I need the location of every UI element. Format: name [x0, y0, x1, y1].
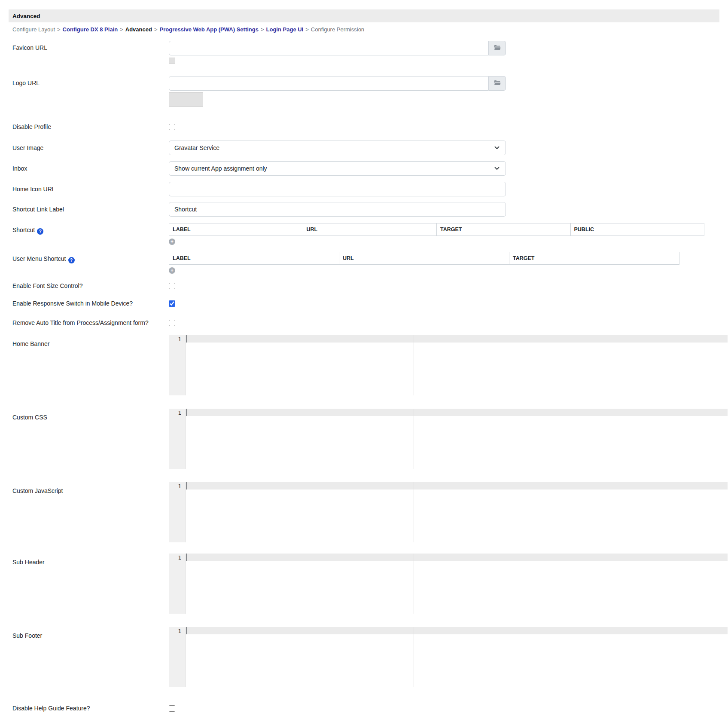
editor-cursor — [186, 482, 187, 489]
field-row-sub-header: Sub Header 1 — [12, 554, 728, 614]
enable-responsive-label: Enable Responsive Switch in Mobile Devic… — [12, 300, 169, 307]
breadcrumb-separator: > — [154, 26, 158, 33]
question-circle-icon[interactable]: ? — [68, 257, 75, 263]
inbox-selected-value: Show current App assignment only — [174, 165, 267, 172]
editor-code-area[interactable] — [186, 627, 728, 687]
editor-cursor — [186, 409, 187, 416]
custom-css-editor[interactable]: 1 — [169, 409, 728, 469]
user-menu-col-url: URL — [339, 252, 509, 265]
breadcrumb-item-login-page-ui[interactable]: Login Page UI — [266, 26, 304, 33]
user-image-selected-value: Gravatar Service — [174, 144, 219, 151]
field-row-home-icon-url: Home Icon URL — [12, 182, 728, 196]
field-row-favicon-url: Favicon URL — [12, 41, 728, 64]
enable-font-size-label: Enable Font Size Control? — [12, 282, 169, 289]
editor-line-number: 1 — [169, 336, 181, 343]
home-icon-url-label: Home Icon URL — [12, 186, 169, 193]
folder-open-icon — [494, 80, 501, 87]
inbox-select[interactable]: Show current App assignment only — [169, 161, 506, 176]
editor-code-area[interactable] — [186, 482, 728, 542]
editor-code-area[interactable] — [186, 335, 728, 395]
editor-code-area[interactable] — [186, 409, 728, 469]
field-row-shortcut-link-label: Shortcut Link Label — [12, 202, 728, 217]
field-row-remove-auto-title: Remove Auto Title from Process/Assignmen… — [12, 319, 728, 326]
breadcrumb-separator: > — [305, 26, 309, 33]
field-row-shortcut: Shortcut? LABEL URL TARGET PUBLIC + — [12, 223, 728, 244]
field-row-disable-profile: Disable Profile — [12, 123, 728, 130]
chevron-down-icon — [494, 146, 500, 150]
plus-circle-icon[interactable]: + — [169, 267, 175, 274]
editor-gutter: 1 — [169, 335, 186, 395]
editor-line-number: 1 — [169, 409, 181, 416]
field-row-disable-help-guide: Disable Help Guide Feature? — [12, 705, 728, 712]
shortcut-link-label-label: Shortcut Link Label — [12, 206, 169, 213]
editor-print-margin — [414, 627, 414, 687]
sub-header-editor[interactable]: 1 — [169, 554, 728, 614]
question-circle-icon[interactable]: ? — [37, 228, 43, 235]
breadcrumb: Configure Layout > Configure DX 8 Plain … — [12, 26, 728, 33]
user-image-select[interactable]: Gravatar Service — [169, 141, 506, 155]
disable-help-guide-checkbox[interactable] — [169, 705, 175, 712]
editor-gutter: 1 — [169, 627, 186, 687]
shortcut-col-target: TARGET — [437, 223, 571, 236]
enable-responsive-checkbox[interactable] — [169, 300, 175, 307]
editor-line-number: 1 — [169, 554, 181, 561]
enable-font-size-checkbox[interactable] — [169, 283, 175, 289]
field-row-custom-css: Custom CSS 1 — [12, 409, 728, 469]
editor-active-line — [186, 409, 728, 416]
page-title-bar: Advanced — [9, 9, 719, 22]
breadcrumb-separator: > — [57, 26, 61, 33]
shortcut-col-url: URL — [303, 223, 437, 236]
editor-active-line — [186, 554, 728, 561]
breadcrumb-item-configure-permission: Configure Permission — [311, 26, 364, 33]
advanced-settings-form: Favicon URL Logo URL — [12, 41, 728, 712]
field-row-custom-javascript: Custom JavaScript 1 — [12, 482, 728, 542]
custom-javascript-label: Custom JavaScript — [12, 482, 169, 494]
field-row-user-menu-shortcut: User Menu Shortcut? LABEL URL TARGET + — [12, 252, 728, 273]
remove-auto-title-checkbox[interactable] — [169, 320, 175, 326]
shortcut-label-text: Shortcut — [12, 226, 35, 233]
logo-url-input[interactable] — [169, 76, 489, 91]
shortcut-table-wrap: LABEL URL TARGET PUBLIC + — [169, 223, 704, 244]
home-icon-url-input[interactable] — [169, 182, 506, 196]
field-row-inbox: Inbox Show current App assignment only — [12, 161, 728, 176]
editor-line-number: 1 — [169, 483, 181, 490]
favicon-browse-button[interactable] — [489, 41, 506, 55]
breadcrumb-item-advanced: Advanced — [125, 26, 152, 33]
editor-gutter: 1 — [169, 409, 186, 469]
user-menu-col-target: TARGET — [509, 252, 679, 265]
disable-help-guide-label: Disable Help Guide Feature? — [12, 705, 169, 712]
editor-cursor — [186, 554, 187, 561]
editor-print-margin — [414, 554, 414, 614]
plus-circle-icon[interactable]: + — [169, 239, 175, 245]
editor-print-margin — [414, 409, 414, 469]
breadcrumb-item-configure-dx-8-plain[interactable]: Configure DX 8 Plain — [63, 26, 118, 33]
field-row-home-banner: Home Banner 1 — [12, 335, 728, 395]
user-menu-add-row: + — [169, 266, 679, 273]
editor-code-area[interactable] — [186, 554, 728, 614]
sub-header-label: Sub Header — [12, 554, 169, 566]
editor-gutter: 1 — [169, 554, 186, 614]
sub-footer-editor[interactable]: 1 — [169, 627, 728, 687]
folder-open-icon — [494, 45, 501, 52]
favicon-url-control — [169, 41, 506, 64]
user-menu-shortcut-table: LABEL URL TARGET — [169, 252, 679, 265]
logo-browse-button[interactable] — [489, 76, 506, 91]
user-menu-shortcut-label-text: User Menu Shortcut — [12, 255, 66, 262]
disable-profile-checkbox[interactable] — [169, 124, 175, 130]
disable-profile-label: Disable Profile — [12, 123, 169, 130]
user-menu-col-label: LABEL — [169, 252, 339, 265]
favicon-url-input[interactable] — [169, 41, 489, 55]
logo-url-label: Logo URL — [12, 76, 169, 86]
breadcrumb-separator: > — [261, 26, 264, 33]
home-banner-label: Home Banner — [12, 335, 169, 347]
breadcrumb-item-pwa-settings[interactable]: Progressive Web App (PWA) Settings — [160, 26, 259, 33]
shortcut-col-public: PUBLIC — [570, 223, 704, 236]
custom-javascript-editor[interactable]: 1 — [169, 482, 728, 542]
sub-footer-label: Sub Footer — [12, 627, 169, 639]
editor-line-number: 1 — [169, 627, 181, 635]
shortcut-link-label-input[interactable] — [169, 202, 506, 217]
editor-gutter: 1 — [169, 482, 186, 542]
logo-preview-box — [169, 92, 203, 107]
logo-url-control — [169, 76, 506, 107]
home-banner-editor[interactable]: 1 — [169, 335, 728, 395]
